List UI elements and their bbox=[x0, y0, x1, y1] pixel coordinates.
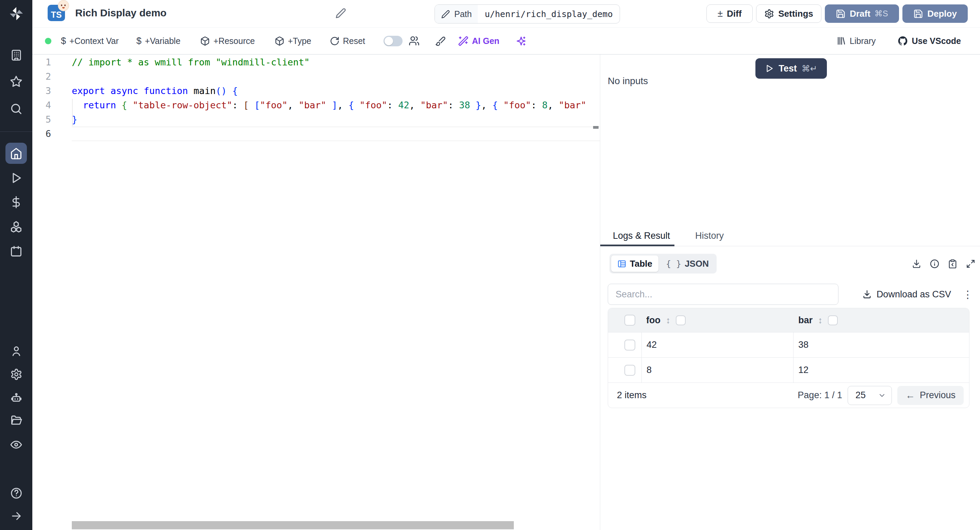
status-dot bbox=[45, 38, 51, 44]
code-lines[interactable]: // import * as wmill from "windmill-clie… bbox=[72, 55, 600, 141]
diff-mode-toggle[interactable] bbox=[383, 36, 402, 46]
page-title: Rich Display demo bbox=[75, 7, 166, 19]
table-icon bbox=[617, 259, 627, 268]
horizontal-scrollbar[interactable] bbox=[72, 521, 514, 529]
reset-button[interactable]: Reset bbox=[330, 36, 365, 46]
path-value: u/henri/rich_display_demo bbox=[478, 5, 619, 23]
package-icon bbox=[275, 36, 285, 46]
expand-icon[interactable] bbox=[966, 259, 975, 269]
save-icon bbox=[836, 9, 846, 19]
audit-eye-icon[interactable] bbox=[0, 438, 32, 451]
view-toggle-table[interactable]: Table bbox=[611, 255, 659, 272]
line-number: 6 bbox=[32, 127, 51, 141]
schedules-calendar-icon[interactable] bbox=[0, 245, 32, 257]
edit-summary-pencil-icon[interactable] bbox=[335, 8, 347, 19]
add-variable-button[interactable]: $ +Variable bbox=[137, 36, 181, 46]
row-checkbox[interactable] bbox=[624, 365, 635, 376]
page-size-select[interactable]: 25 bbox=[848, 386, 892, 405]
download-result-icon[interactable] bbox=[912, 259, 921, 269]
help-icon[interactable] bbox=[0, 487, 32, 499]
test-button[interactable]: Test ⌘↵ bbox=[756, 58, 827, 79]
select-all-checkbox[interactable] bbox=[624, 315, 635, 326]
library-button[interactable]: Library bbox=[836, 36, 875, 46]
user-icon[interactable] bbox=[0, 345, 32, 357]
active-tab-underline bbox=[600, 244, 675, 246]
items-count: 2 items bbox=[617, 390, 646, 401]
collapse-arrow-icon[interactable] bbox=[0, 510, 32, 522]
code-line-1[interactable]: // import * as wmill from "windmill-clie… bbox=[72, 55, 600, 69]
language-badge-ts: TS bbox=[48, 5, 65, 21]
sparkles-icon[interactable] bbox=[516, 36, 527, 46]
column-toggle-checkbox[interactable] bbox=[676, 315, 686, 325]
collaborators-icon[interactable] bbox=[409, 35, 420, 46]
chevron-down-icon bbox=[878, 391, 886, 399]
settings-button[interactable]: Settings bbox=[756, 5, 821, 23]
arrow-left-icon: ← bbox=[905, 390, 915, 401]
code-line-6[interactable] bbox=[72, 127, 600, 141]
deploy-button[interactable]: Deploy bbox=[902, 5, 968, 23]
sort-icon[interactable]: ↕ bbox=[666, 315, 670, 326]
braces-icon: { } bbox=[666, 259, 681, 269]
table-row: 4238 bbox=[608, 332, 969, 357]
test-shortcut: ⌘↵ bbox=[802, 64, 817, 73]
runs-play-icon[interactable] bbox=[0, 172, 32, 184]
code-line-2[interactable] bbox=[72, 69, 600, 84]
result-view-controls: Table { } JSON bbox=[600, 254, 980, 273]
add-resource-button[interactable]: +Resource bbox=[200, 36, 255, 46]
favorites-star-icon[interactable] bbox=[0, 75, 32, 88]
table-row: 812 bbox=[608, 357, 969, 383]
previous-page-button[interactable]: ← Previous bbox=[897, 386, 964, 405]
refresh-icon bbox=[330, 36, 340, 46]
kebab-menu-icon[interactable]: ⋮ bbox=[960, 289, 975, 300]
download-csv-button[interactable]: Download as CSV bbox=[862, 289, 951, 300]
add-type-button[interactable]: +Type bbox=[275, 36, 311, 46]
tab-logs-result[interactable]: Logs & Result bbox=[600, 231, 682, 241]
info-icon[interactable] bbox=[930, 259, 940, 269]
add-context-var-button[interactable]: $ +Context Var bbox=[61, 36, 119, 46]
view-toggle: Table { } JSON bbox=[609, 254, 717, 273]
table-body: 4238812 bbox=[608, 332, 969, 383]
code-line-5[interactable]: } bbox=[72, 112, 600, 127]
code-line-3[interactable]: export async function main() { bbox=[72, 84, 600, 98]
cell-value: 12 bbox=[798, 365, 808, 375]
windmill-logo[interactable] bbox=[0, 6, 32, 21]
home-icon[interactable] bbox=[0, 147, 32, 160]
column-header-bar: bar bbox=[798, 315, 813, 326]
sidebar bbox=[0, 0, 32, 530]
folders-icon[interactable] bbox=[0, 415, 32, 427]
draft-button[interactable]: Draft ⌘S bbox=[825, 5, 899, 23]
tab-history[interactable]: History bbox=[682, 231, 737, 241]
format-brush-icon[interactable] bbox=[435, 36, 446, 46]
line-number: 3 bbox=[32, 84, 51, 98]
ai-gen-button[interactable]: AI Gen bbox=[458, 36, 500, 46]
code-line-4[interactable]: return { "table-row-object": [ ["foo", "… bbox=[72, 98, 600, 112]
search-icon[interactable] bbox=[0, 102, 32, 115]
view-toggle-json[interactable]: { } JSON bbox=[660, 255, 715, 272]
sort-icon[interactable]: ↕ bbox=[818, 315, 822, 326]
run-panel: Test ⌘↵ No inputs Logs & Result History … bbox=[600, 54, 980, 530]
page-indicator: Page: 1 / 1 bbox=[798, 390, 842, 401]
table-header: foo ↕ bar ↕ bbox=[608, 308, 969, 332]
code-editor[interactable]: 123456 // import * as wmill from "windmi… bbox=[32, 54, 600, 530]
cell-value: 38 bbox=[798, 340, 808, 350]
diff-button[interactable]: ± Diff bbox=[706, 5, 753, 23]
copy-result-icon[interactable] bbox=[948, 259, 958, 269]
path-chip[interactable]: Path u/henri/rich_display_demo bbox=[434, 5, 620, 24]
use-vscode-button[interactable]: Use VScode bbox=[897, 35, 961, 46]
path-label: Path bbox=[454, 9, 472, 19]
variables-dollar-icon[interactable] bbox=[0, 196, 32, 208]
workers-robot-icon[interactable] bbox=[0, 392, 32, 404]
dollar-icon: $ bbox=[61, 36, 66, 46]
no-inputs-label: No inputs bbox=[608, 76, 648, 86]
magic-wand-icon bbox=[458, 36, 469, 46]
search-input[interactable] bbox=[608, 284, 838, 305]
resources-boxes-icon[interactable] bbox=[0, 220, 32, 233]
cell-value: 8 bbox=[646, 365, 652, 375]
column-toggle-checkbox[interactable] bbox=[828, 315, 838, 325]
dollar-icon: $ bbox=[137, 36, 142, 46]
settings-gear-icon[interactable] bbox=[0, 368, 32, 380]
workspace-icon[interactable] bbox=[0, 49, 32, 61]
play-icon bbox=[765, 64, 774, 73]
draft-shortcut: ⌘S bbox=[875, 9, 888, 18]
row-checkbox[interactable] bbox=[624, 340, 635, 351]
